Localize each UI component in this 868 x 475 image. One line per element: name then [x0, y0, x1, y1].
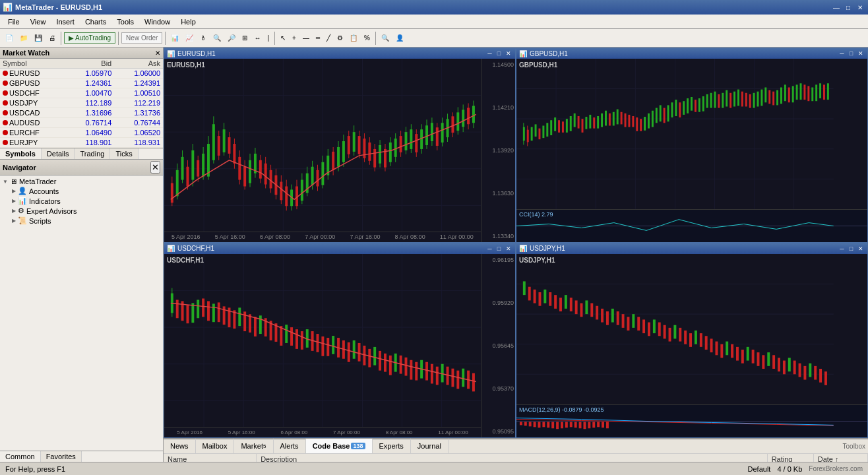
nav-tab-common[interactable]: Common — [0, 451, 41, 462]
svg-rect-327 — [673, 325, 676, 339]
toolbar-crosshair[interactable]: + — [290, 31, 299, 46]
nav-item-expert-advisors[interactable]: ▶ ⚙ Expert Advisors — [1, 206, 162, 216]
mw-tab-details[interactable]: Details — [42, 148, 75, 159]
menu-help[interactable]: Help — [175, 16, 201, 27]
chart-usdchf-body[interactable]: USDCHF,H1 — [164, 254, 515, 437]
nav-item-metatrader[interactable]: ▼ 🖥 MetaTrader — [1, 177, 162, 186]
toolbar-zoom-in[interactable]: 🔍 — [210, 31, 224, 46]
svg-rect-168 — [621, 112, 623, 125]
svg-rect-358 — [520, 422, 522, 425]
market-watch-row[interactable]: USDCHF 1.00470 1.00510 — [0, 88, 163, 98]
chart-eurusd-minimize[interactable]: ─ — [485, 49, 494, 58]
toolbar-chart-candle[interactable]: 🕯 — [197, 31, 209, 46]
svg-rect-273 — [368, 349, 371, 367]
svg-rect-202 — [753, 93, 755, 108]
menu-charts[interactable]: Charts — [80, 16, 111, 27]
toolbar-grid[interactable]: ⊞ — [239, 31, 250, 46]
svg-rect-165 — [609, 113, 611, 126]
chart-eurusd-maximize[interactable]: □ — [495, 49, 503, 58]
minimize-button[interactable]: — — [831, 2, 842, 13]
toolbar-indicators[interactable]: ⚙ — [334, 31, 346, 46]
chart-eurusd-svg — [164, 59, 515, 242]
toolbar-chart-line[interactable]: 📈 — [183, 31, 196, 46]
toolbar-zoom-out[interactable]: 🔎 — [225, 31, 238, 46]
toolbar-new-btn[interactable]: 📄 — [3, 31, 16, 46]
menu-window[interactable]: Window — [139, 16, 175, 27]
toolbar-save-btn[interactable]: 💾 — [32, 31, 45, 46]
toolbar-percent[interactable]: % — [361, 31, 373, 46]
menu-view[interactable]: View — [25, 16, 51, 27]
market-watch-row[interactable]: USDCAD 1.31696 1.31736 — [0, 108, 163, 118]
toolbar-templates[interactable]: 📋 — [347, 31, 360, 46]
mw-tab-trading[interactable]: Trading — [75, 148, 110, 159]
col-date[interactable]: Date — [813, 454, 867, 462]
col-name[interactable]: Name — [164, 454, 257, 462]
toolbar-cursor[interactable]: ↖ — [278, 31, 288, 46]
chart-usdjpy-body[interactable]: USDJPY,H1 — [516, 254, 867, 404]
market-watch-row[interactable]: AUDUSD 0.76714 0.76744 — [0, 118, 163, 128]
chart-gbpusd-maximize[interactable]: □ — [847, 49, 855, 58]
bottom-tab-codebase[interactable]: Code Base138 — [306, 439, 373, 453]
toolbar-open-btn[interactable]: 📁 — [17, 31, 30, 46]
svg-rect-280 — [405, 358, 408, 376]
col-description[interactable]: Description — [257, 454, 767, 462]
menu-file[interactable]: File — [3, 16, 25, 27]
nav-tab-favorites[interactable]: Favorites — [41, 451, 82, 462]
nav-item-indicators[interactable]: ▶ 📊 Indicators — [1, 196, 162, 206]
svg-rect-240 — [197, 300, 199, 318]
bottom-tab-experts[interactable]: Experts — [373, 439, 411, 453]
toolbar-expert[interactable]: 👤 — [393, 31, 406, 46]
chart-usdchf-close[interactable]: ✕ — [504, 244, 512, 253]
bottom-tab-mailbox[interactable]: Mailbox — [196, 439, 235, 453]
menu-tools[interactable]: Tools — [111, 16, 139, 27]
nav-item-scripts[interactable]: ▶ 📜 Scripts — [1, 216, 162, 226]
toolbar-scroll[interactable]: ↔ — [251, 31, 263, 46]
new-order-button[interactable]: New Order — [121, 32, 162, 44]
svg-rect-180 — [667, 105, 669, 121]
bottom-tab-news[interactable]: News — [164, 439, 196, 453]
market-watch-row[interactable]: USDJPY 112.189 112.219 — [0, 98, 163, 108]
svg-rect-205 — [764, 87, 766, 102]
chart-usdjpy-maximize[interactable]: □ — [847, 244, 855, 253]
navigator-close[interactable]: ✕ — [150, 161, 160, 174]
bottom-tab-journal[interactable]: Journal — [411, 439, 449, 453]
toolbar-hline[interactable]: ━ — [313, 31, 323, 46]
chart-gbpusd-close[interactable]: ✕ — [856, 49, 865, 58]
toolbar-print-btn[interactable]: 🖨 — [46, 31, 58, 46]
mw-tab-ticks[interactable]: Ticks — [110, 148, 138, 159]
market-watch-row[interactable]: GBPUSD 1.24361 1.24391 — [0, 79, 163, 88]
toolbar-chart-bar[interactable]: 📊 — [168, 31, 181, 46]
svg-rect-238 — [186, 305, 189, 323]
menu-insert[interactable]: Insert — [51, 16, 80, 27]
svg-rect-367 — [561, 422, 563, 428]
chart-gbpusd-body[interactable]: GBPUSD,H1 — [516, 59, 867, 209]
chart-gbpusd-minimize[interactable]: ─ — [838, 49, 846, 58]
bottom-tab-market[interactable]: Market5 — [234, 439, 273, 453]
col-rating[interactable]: Rating — [767, 454, 813, 462]
chart-usdchf-minimize[interactable]: ─ — [485, 244, 494, 253]
market-watch-controls: ✕ — [155, 49, 160, 57]
chart-usdchf-maximize[interactable]: □ — [495, 244, 503, 253]
chart-eurusd-close[interactable]: ✕ — [504, 49, 512, 58]
nav-item-accounts[interactable]: ▶ 👤 Accounts — [1, 186, 162, 196]
bottom-tab-alerts[interactable]: Alerts — [274, 439, 306, 453]
chart-usdjpy-minimize[interactable]: ─ — [838, 244, 846, 253]
toolbar-trendline[interactable]: ╱ — [324, 31, 333, 46]
market-watch-row[interactable]: EURUSD 1.05970 1.06000 — [0, 69, 163, 79]
chart-eurusd-price-axis: 1.14500 1.14210 1.13920 1.13630 1.13340 — [481, 59, 515, 242]
market-watch-row[interactable]: EURCHF 1.06490 1.06520 — [0, 128, 163, 138]
mw-tab-symbols[interactable]: Symbols — [0, 148, 42, 159]
chart-usdchf-time-axis: 5 Apr 2016 5 Apr 16:00 6 Apr 08:00 7 Apr… — [164, 427, 481, 437]
toolbar-period-sep[interactable]: | — [264, 31, 272, 46]
toolbar-search[interactable]: 🔍 — [379, 31, 392, 46]
chart-usdjpy-close[interactable]: ✕ — [856, 244, 865, 253]
toolbar-line[interactable]: — — [300, 31, 312, 46]
market-watch-row[interactable]: EURJPY 118.901 118.931 — [0, 138, 163, 148]
maximize-button[interactable]: □ — [843, 2, 853, 13]
close-button[interactable]: ✕ — [855, 2, 865, 13]
svg-rect-187 — [695, 100, 697, 112]
svg-rect-284 — [425, 362, 428, 381]
chart-eurusd-body[interactable]: EURUSD,H1 — [164, 59, 515, 242]
market-watch-close[interactable]: ✕ — [155, 49, 160, 57]
autotrading-button[interactable]: ▶ AutoTrading — [64, 32, 115, 44]
